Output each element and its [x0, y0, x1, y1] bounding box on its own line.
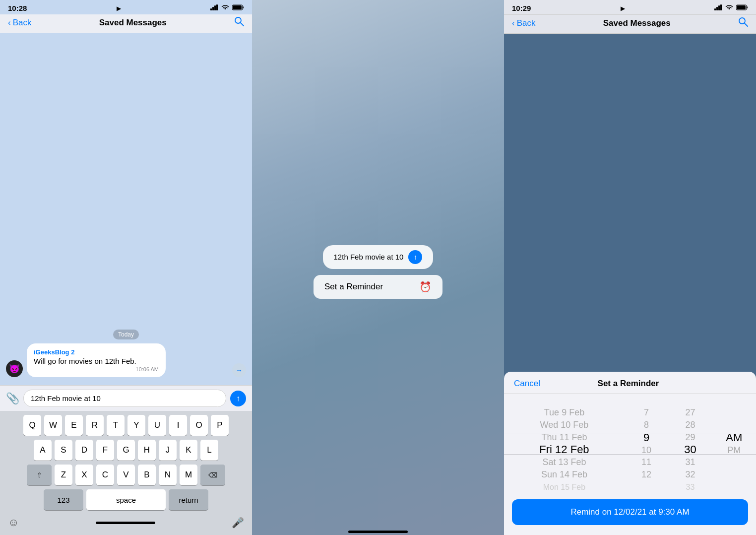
key-s[interactable]: S [55, 440, 72, 461]
chevron-left-icon-3: ‹ [512, 18, 515, 28]
key-w[interactable]: W [44, 415, 62, 436]
svg-rect-15 [737, 5, 746, 9]
key-x[interactable]: X [75, 465, 93, 485]
picker-period-blank2 [712, 419, 756, 431]
back-button-1[interactable]: ‹ Back [8, 18, 31, 28]
send-icon-2: ↑ [414, 253, 417, 261]
picker-col-date[interactable]: Tue 9 Feb Wed 10 Feb Thu 11 Feb Fri 12 F… [504, 394, 625, 493]
picker-date-0 [504, 394, 625, 406]
picker-hour-5: 11 [625, 456, 668, 468]
key-g[interactable]: G [117, 440, 135, 461]
reminder-pill[interactable]: Set a Reminder ⏰ [314, 275, 442, 299]
key-k[interactable]: K [180, 440, 197, 461]
svg-rect-3 [216, 4, 218, 10]
chevron-left-icon: ‹ [8, 18, 11, 28]
svg-rect-6 [233, 5, 242, 9]
status-bar-1: 10:28 ▶ [0, 0, 252, 14]
key-i[interactable]: I [169, 415, 187, 436]
forward-button[interactable]: → [232, 363, 246, 377]
picker-hour-1: 7 [625, 406, 668, 419]
panel2-spacer-top [252, 0, 504, 15]
message-input[interactable]: 12th Feb movie at 10 [23, 390, 226, 407]
picker-date-5: Sat 13 Feb [504, 456, 625, 468]
key-a[interactable]: A [34, 440, 52, 461]
key-t[interactable]: T [107, 415, 125, 436]
picker-hour-4: 10 [625, 444, 668, 457]
picker-hour-0 [625, 394, 668, 406]
wifi-icon-3 [725, 4, 733, 12]
message-bubble: iGeeksBlog 2 Will go for movies on 12th … [27, 343, 166, 377]
key-123[interactable]: 123 [44, 489, 83, 510]
msg-pill: 12th Feb movie at 10 ↑ [323, 245, 434, 269]
back-button-3[interactable]: ‹ Back [512, 18, 535, 28]
wifi-icon-1 [221, 4, 229, 12]
remind-button[interactable]: Remind on 12/02/21 at 9:30 AM [512, 499, 748, 525]
key-n[interactable]: N [159, 465, 177, 485]
key-l[interactable]: L [200, 440, 218, 461]
svg-rect-11 [718, 5, 720, 10]
date-badge: Today [6, 330, 246, 338]
picker-date-3: Thu 11 Feb [504, 431, 625, 444]
picker-min-selected: 30 [668, 443, 712, 456]
reminder-clock-icon: ⏰ [419, 281, 432, 293]
key-y[interactable]: Y [127, 415, 145, 436]
status-bar-3: 10:29 ▶ [504, 0, 756, 15]
key-m[interactable]: M [180, 465, 197, 485]
svg-line-17 [745, 23, 748, 26]
panel-messages: 10:28 ▶ ‹ Back Saved Messages Today [0, 0, 252, 535]
key-z[interactable]: Z [55, 465, 72, 485]
home-indicator-2 [348, 531, 408, 533]
picker-col-period[interactable]: AM PM [712, 394, 756, 493]
picker-min-5: 31 [668, 456, 712, 468]
key-b[interactable]: B [138, 465, 156, 485]
mic-button[interactable]: 🎤 [232, 517, 244, 529]
panel-reminder-picker: 10:29 ▶ ‹ Back Saved Messages Cancel [504, 0, 756, 535]
back-label-1: Back [13, 18, 32, 28]
key-shift[interactable]: ⇧ [27, 465, 52, 485]
send-icon: ↑ [236, 394, 240, 403]
input-bar: 📎 12th Feb movie at 10 ↑ [0, 385, 252, 411]
search-button-1[interactable] [234, 16, 244, 29]
key-h[interactable]: H [138, 440, 156, 461]
key-e[interactable]: E [65, 415, 83, 436]
key-v[interactable]: V [117, 465, 135, 485]
picker-col-hour[interactable]: 7 8 9 10 11 12 [625, 394, 668, 493]
send-button-2[interactable]: ↑ [408, 250, 422, 264]
nav-title-3: Saved Messages [603, 18, 671, 28]
msg-pill-text: 12th Feb movie at 10 [334, 253, 404, 261]
picker-min-0 [668, 394, 712, 406]
picker-col-minute[interactable]: 27 28 29 30 31 32 33 [668, 394, 712, 493]
picker-hour-selected: 9 [625, 431, 668, 444]
location-icon: ▶ [117, 5, 121, 12]
key-return[interactable]: return [169, 489, 208, 510]
emoji-button[interactable]: ☺ [8, 516, 19, 529]
sheet-cancel-button[interactable]: Cancel [514, 379, 540, 389]
send-button[interactable]: ↑ [230, 391, 246, 406]
picker-period-0 [712, 394, 756, 406]
reminder-label: Set a Reminder [324, 282, 383, 292]
picker-date-1: Tue 9 Feb [504, 406, 625, 419]
picker-container[interactable]: Tue 9 Feb Wed 10 Feb Thu 11 Feb Fri 12 F… [504, 394, 756, 493]
key-u[interactable]: U [148, 415, 166, 436]
svg-rect-5 [243, 6, 244, 8]
home-indicator-container-2 [252, 529, 504, 535]
key-c[interactable]: C [96, 465, 114, 485]
key-j[interactable]: J [159, 440, 177, 461]
key-f[interactable]: F [96, 440, 114, 461]
avatar-emoji: 😈 [9, 363, 20, 374]
key-space[interactable]: space [86, 489, 166, 510]
key-q[interactable]: Q [23, 415, 41, 436]
svg-line-8 [241, 23, 244, 26]
key-p[interactable]: P [211, 415, 229, 436]
attach-button[interactable]: 📎 [6, 392, 19, 405]
key-r[interactable]: R [86, 415, 104, 436]
key-delete[interactable]: ⌫ [200, 465, 225, 485]
key-o[interactable]: O [190, 415, 208, 436]
home-indicator-1 [96, 522, 155, 524]
panel-reminder-prompt: 12th Feb movie at 10 ↑ Set a Reminder ⏰ [252, 0, 504, 535]
bubble-sender: iGeeksBlog 2 [34, 348, 159, 356]
key-d[interactable]: D [75, 440, 93, 461]
forward-icon: → [236, 366, 243, 374]
keyboard: Q W E R T Y U I O P A S D F G H J K L ⇧ … [0, 411, 252, 535]
search-button-3[interactable] [738, 17, 748, 29]
